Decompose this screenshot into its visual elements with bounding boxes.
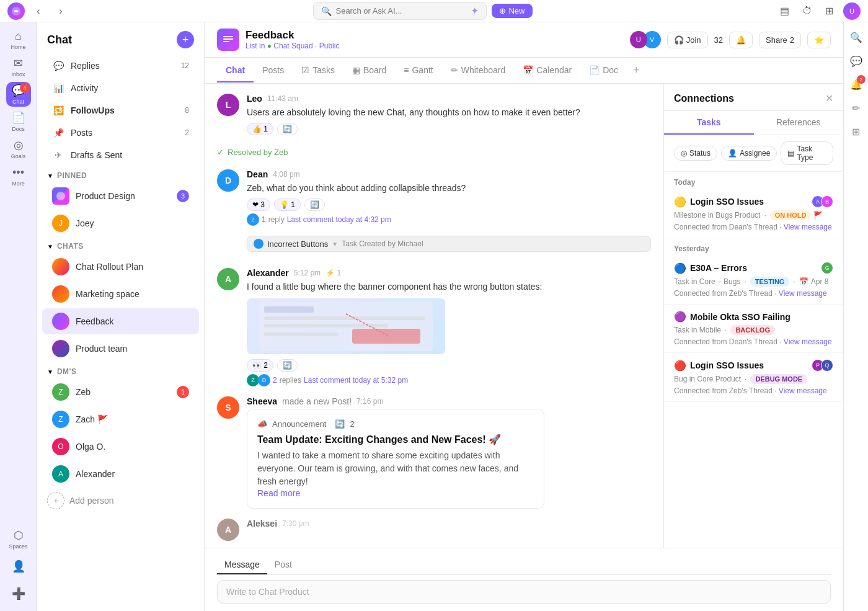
add-tab-button[interactable]: + xyxy=(627,58,646,83)
conn-card-1-icon: 🟡 xyxy=(674,196,686,208)
tab-whiteboard[interactable]: ✏ Whiteboard xyxy=(442,59,515,83)
conn-tab-tasks[interactable]: Tasks xyxy=(664,111,754,135)
view-msg-2[interactable]: View message xyxy=(779,289,827,298)
sidebar-item-chat-rollout[interactable]: Chat Rollout Plan xyxy=(42,254,199,280)
filter-assignee[interactable]: 👤 Assignee xyxy=(721,146,777,161)
tab-posts[interactable]: Posts xyxy=(254,59,293,83)
sidebar-item-followups[interactable]: 🔁 FollowUps 8 xyxy=(42,100,199,121)
thumbs-up-reaction[interactable]: 👍 1 xyxy=(247,123,273,135)
sync-icon: 🔄 xyxy=(335,419,345,429)
sidebar-item-replies[interactable]: 💬 Replies 12 xyxy=(42,55,199,76)
nav-home[interactable]: ⌂ Home xyxy=(6,27,31,52)
add-reaction-alexander[interactable]: 🔄 xyxy=(277,359,298,372)
nav-inbox[interactable]: ✉ Inbox xyxy=(6,55,31,79)
docs-icon: 📄 xyxy=(12,111,25,125)
connections-close-button[interactable]: ✕ xyxy=(825,92,833,104)
read-more-link[interactable]: Read more xyxy=(257,488,534,498)
add-reaction-dean[interactable]: 🔄 xyxy=(304,198,325,211)
pencil-right-icon[interactable]: ✏ xyxy=(846,98,866,118)
nav-goals[interactable]: ◎ Goals xyxy=(6,136,31,161)
message-dean: D Dean 4:08 pm Zeb, what do you think ab… xyxy=(217,169,651,226)
tasks-icon: ☑ xyxy=(301,65,309,75)
nav-more[interactable]: ••• More xyxy=(6,164,31,189)
tab-doc[interactable]: 📄 Doc xyxy=(580,59,627,83)
posts-icon: 📌 xyxy=(52,127,64,139)
pinned-section[interactable]: ▼ Pinned xyxy=(37,166,204,182)
bell-icon-btn[interactable]: 🔔 xyxy=(729,32,753,48)
star-button[interactable]: ⭐ xyxy=(807,32,831,48)
conn-status-4: DEBUG MODE xyxy=(750,374,807,384)
app-logo[interactable] xyxy=(7,2,25,20)
task-tag-incorrect-buttons[interactable]: Incorrect Buttons ▼ Task Created by Mich… xyxy=(247,236,651,252)
tab-gantt[interactable]: ≡ Gantt xyxy=(395,59,441,83)
add-person[interactable]: + Add person xyxy=(37,488,204,514)
new-button[interactable]: ⊕ New xyxy=(492,4,532,18)
share-button[interactable]: Share 2 xyxy=(759,32,801,48)
sidebar-item-olga[interactable]: O Olga O. xyxy=(42,434,199,460)
sidebar-add-button[interactable]: + xyxy=(177,31,194,48)
sidebar-item-zach[interactable]: Z Zach 🚩 xyxy=(42,406,199,432)
sidebar-item-joey[interactable]: J Joey xyxy=(42,210,199,236)
screenshot-preview[interactable] xyxy=(247,298,445,354)
nav-spaces[interactable]: ⬡ Spaces xyxy=(6,527,31,551)
sidebar-item-marketing[interactable]: Marketing space xyxy=(42,281,199,307)
sidebar-item-product-design[interactable]: Product Design 3 xyxy=(42,183,199,209)
bell-right-icon[interactable]: 🔔 2 xyxy=(846,74,866,94)
nav-bottom: ⬡ Spaces 👤 ➕ xyxy=(6,527,31,606)
tab-calendar[interactable]: 📅 Calendar xyxy=(514,59,580,83)
sidebar-header: Chat + xyxy=(37,22,204,55)
chat-right-icon[interactable]: 💬 xyxy=(846,51,866,71)
timer-icon[interactable]: ⏱ xyxy=(799,2,816,20)
nav-user-settings[interactable]: 👤 xyxy=(6,554,31,579)
msg-tab-message[interactable]: Message xyxy=(217,556,267,574)
dean-message-header: Dean 4:08 pm xyxy=(247,169,651,179)
bulb-reaction[interactable]: 💡 1 xyxy=(274,198,301,211)
tab-board[interactable]: ▦ Board xyxy=(343,59,395,83)
dean-reactions: ❤ 3 💡 1 🔄 xyxy=(247,198,651,211)
search-right-icon[interactable]: 🔍 xyxy=(846,27,866,47)
dms-section[interactable]: ▼ DM's xyxy=(37,362,204,378)
svg-rect-9 xyxy=(264,332,339,336)
msg-tab-post[interactable]: Post xyxy=(267,556,299,574)
nav-add-user[interactable]: ➕ xyxy=(6,581,31,606)
eyes-reaction[interactable]: 👀 2 xyxy=(247,359,273,372)
sidebar-item-feedback[interactable]: Feedback xyxy=(42,308,199,334)
sidebar-item-posts[interactable]: 📌 Posts 2 xyxy=(42,122,199,143)
chats-section[interactable]: ▼ Chats xyxy=(37,237,204,253)
grid-icon[interactable]: ⊞ xyxy=(821,2,838,20)
conn-card-3-header: 🟣 Mobile Okta SSO Failing xyxy=(674,311,833,323)
sidebar-item-activity[interactable]: 📊 Activity xyxy=(42,78,199,99)
sidebar-item-drafts[interactable]: ✈ Drafts & Sent xyxy=(42,145,199,166)
user-avatar[interactable]: U xyxy=(843,2,861,20)
layout-icon[interactable]: ▤ xyxy=(776,2,794,20)
chat-squad-link[interactable]: ● Chat Squad xyxy=(267,42,313,50)
view-msg-4[interactable]: View message xyxy=(779,386,827,395)
heart-reaction[interactable]: ❤ 3 xyxy=(247,198,270,211)
view-msg-1[interactable]: View message xyxy=(784,223,832,231)
forward-icon[interactable]: › xyxy=(52,2,69,20)
activity-icon: 📊 xyxy=(52,82,64,94)
joey-avatar: J xyxy=(52,215,69,232)
add-reaction[interactable]: 🔄 xyxy=(277,123,298,135)
filter-status[interactable]: ◎ Status xyxy=(674,146,717,161)
filter-type-icon: ▤ xyxy=(787,149,794,158)
grid-right-icon[interactable]: ⊞ xyxy=(846,122,866,141)
sidebar-item-product-team[interactable]: Product team xyxy=(42,336,199,362)
search-input[interactable] xyxy=(335,6,467,16)
join-button[interactable]: 🎧 Join xyxy=(667,32,708,48)
sidebar-item-zeb[interactable]: Z Zeb 1 xyxy=(42,379,199,405)
nav-chat[interactable]: 4 💬 Chat xyxy=(6,82,31,107)
tab-tasks[interactable]: ☑ Tasks xyxy=(293,59,343,83)
conn-tab-references[interactable]: References xyxy=(754,111,844,135)
tab-chat[interactable]: Chat xyxy=(217,59,254,83)
sidebar-item-alexander[interactable]: A Alexander xyxy=(42,461,199,487)
search-bar[interactable]: 🔍 ✦ xyxy=(313,2,487,20)
alexander-text: I found a little bug where the banner co… xyxy=(247,280,651,293)
nav-docs[interactable]: 📄 Docs xyxy=(6,109,31,134)
view-msg-3[interactable]: View message xyxy=(784,337,832,346)
connections-tabs: Tasks References xyxy=(664,111,843,135)
back-icon[interactable]: ‹ xyxy=(30,2,47,20)
filter-task-type[interactable]: ▤ Task Type xyxy=(781,141,833,165)
add-person-icon: + xyxy=(47,492,64,509)
message-input-box[interactable]: Write to Chat Product xyxy=(217,580,831,604)
